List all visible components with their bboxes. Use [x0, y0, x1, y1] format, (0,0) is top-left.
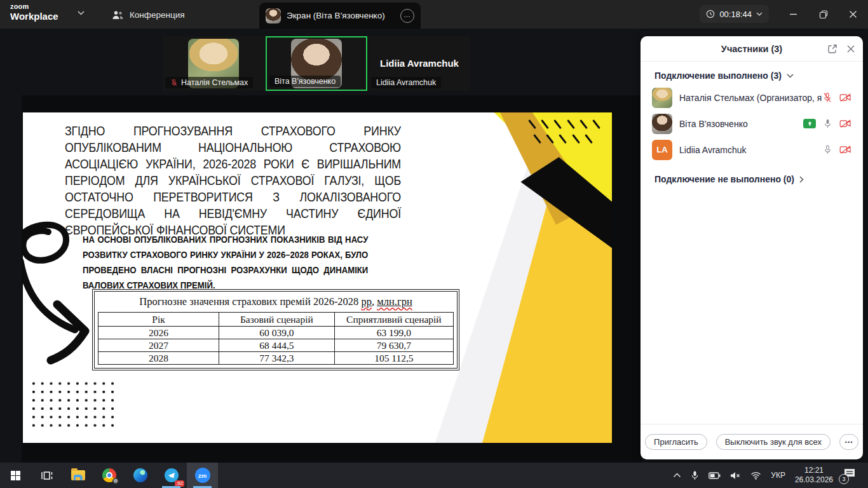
chrome-button[interactable]: ⚙	[93, 463, 125, 488]
tab-screen-share[interactable]: Экран (Віта В'язовченко) …	[259, 3, 421, 29]
participants-panel: Участники (3) Подключение выполнено (3) …	[641, 36, 863, 459]
cell-year: 2028	[98, 352, 219, 365]
camera-muted-icon	[839, 93, 851, 102]
col-header-favorable: Сприятливий сценарій	[334, 313, 453, 327]
invite-button[interactable]: Пригласить	[645, 434, 707, 450]
video-name-label: Наталія Стельмах	[165, 77, 253, 88]
participants-header: Участники (3)	[641, 36, 863, 62]
clock-icon	[706, 10, 715, 18]
table-row: 2028 77 342,3 105 112,5	[98, 352, 454, 365]
avatar-initials: LA	[652, 140, 672, 160]
start-button[interactable]	[0, 463, 31, 488]
forecast-table-title: Прогнозне значення страхових премій 2026…	[98, 294, 454, 312]
clock-date[interactable]: 12:21 26.03.2026	[795, 466, 833, 485]
tray-date: 26.03.2026	[795, 475, 833, 485]
volume-muted-icon[interactable]	[730, 471, 741, 480]
cell-base: 77 342,3	[219, 352, 335, 365]
table-header-row: Рік Базовий сценарій Сприятливий сценарі…	[98, 313, 454, 327]
edge-icon	[133, 468, 147, 482]
participant-name: Наталія Стельмах	[181, 78, 248, 87]
chrome-profile-badge: ⚙	[112, 478, 119, 484]
shared-presentation-slide: ЗГІДНО ПРОГНОЗУВАННЯ СТРАХОВОГО РИНКУ ОП…	[23, 112, 612, 443]
folder-icon	[71, 470, 85, 480]
action-center-button[interactable]: 3	[843, 468, 860, 483]
system-tray: УКР 12:21 26.03.2026 3	[673, 463, 868, 488]
mic-muted-icon	[822, 92, 832, 103]
hand-drawn-arrow	[23, 214, 104, 383]
forecast-table: Прогнозне значення страхових премій 2026…	[94, 291, 458, 369]
camera-muted-icon	[839, 145, 851, 154]
battery-icon[interactable]	[709, 472, 721, 479]
zoom-app-button[interactable]: zm	[187, 463, 218, 488]
tray-mic-icon[interactable]	[691, 470, 699, 481]
wifi-icon[interactable]	[750, 471, 761, 480]
not-joined-section-header[interactable]: Подключение не выполнено (0)	[641, 163, 863, 188]
video-tile-vita[interactable]: Віта В'язовченко	[266, 36, 367, 91]
hidden-icons-chevron[interactable]	[673, 473, 681, 478]
cell-favorable: 63 199,0	[334, 327, 453, 339]
telegram-button[interactable]: .92	[156, 463, 187, 488]
tab-avatar	[266, 8, 281, 24]
window-controls	[778, 0, 868, 29]
joined-section-header[interactable]: Подключение выполнено (3)	[641, 62, 863, 85]
tray-time: 12:21	[795, 466, 833, 475]
logo-zoom-text: zoom	[10, 3, 58, 10]
participant-name: Наталія Стельмах (Организатор, я)	[679, 93, 822, 103]
titlebar: zoom Workplace Конференция Экран (Віта В…	[0, 0, 868, 29]
joined-section-label: Подключение выполнено (3)	[654, 71, 782, 81]
dots-decoration	[29, 379, 117, 430]
camera-muted-icon	[839, 119, 851, 128]
tab-meeting[interactable]: Конференция	[107, 5, 190, 24]
table-title-unit: млн.грн	[377, 295, 412, 308]
table-row: 2027 68 444,5 79 630,7	[98, 339, 454, 352]
task-view-button[interactable]	[31, 463, 62, 488]
participant-row[interactable]: Наталія Стельмах (Организатор, я)	[641, 85, 863, 111]
pop-out-icon[interactable]	[827, 44, 837, 54]
workspace-chevron-down-icon[interactable]	[78, 11, 85, 15]
cell-favorable: 79 630,7	[334, 339, 453, 352]
cell-year: 2026	[98, 327, 219, 339]
slide-paragraph-main: ЗГІДНО ПРОГНОЗУВАННЯ СТРАХОВОГО РИНКУ ОП…	[65, 123, 401, 238]
mute-all-button[interactable]: Выключить звук для всех	[716, 434, 831, 450]
avatar	[652, 114, 672, 134]
participant-name: Lidiia Avramchuk	[679, 145, 823, 155]
video-thumbnails: Наталія Стельмах Віта В'язовченко Lidiia…	[163, 36, 470, 91]
timer-chevron-down-icon	[756, 12, 763, 16]
table-title-text: Прогнозне значення страхових премій 2026…	[139, 295, 361, 308]
close-button[interactable]	[838, 0, 868, 29]
zoom-workplace-window: zoom Workplace Конференция Экран (Віта В…	[0, 0, 868, 488]
meeting-timer[interactable]: 00:18:44	[700, 5, 769, 23]
screen-sharing-icon	[803, 119, 816, 128]
language-indicator[interactable]: УКР	[771, 471, 785, 480]
cell-year: 2027	[98, 339, 219, 352]
cell-base: 60 039,0	[219, 327, 335, 339]
minimize-button[interactable]	[778, 0, 808, 29]
participants-title: Участники (3)	[721, 44, 782, 54]
participants-footer: Пригласить Выключить звук для всех ⋯	[641, 424, 863, 459]
tab-more-options-icon[interactable]: …	[400, 9, 414, 23]
participant-row[interactable]: Віта В'язовченко	[641, 111, 863, 137]
video-tile-lidiia[interactable]: Lidiia Avramchuk Lidiia Avramchuk	[369, 36, 470, 91]
participant-name: Віта В'язовченко	[679, 119, 803, 129]
participant-row[interactable]: LA Lidiia Avramchuk	[641, 137, 863, 163]
mic-icon	[823, 118, 832, 129]
tab-meeting-label: Конференция	[130, 10, 185, 20]
video-tile-nataliia[interactable]: Наталія Стельмах	[163, 36, 264, 91]
close-panel-icon[interactable]	[846, 44, 855, 53]
zoom-workplace-logo: zoom Workplace	[10, 3, 58, 21]
edge-button[interactable]	[125, 463, 156, 488]
cell-base: 68 444,5	[219, 339, 335, 352]
participant-name: Віта В'язовченко	[275, 77, 336, 86]
participant-name: Lidiia Avramchuk	[376, 78, 436, 87]
table-title-rr: рр	[362, 295, 372, 308]
more-options-button[interactable]: ⋯	[839, 434, 858, 450]
col-header-year: Рік	[98, 313, 219, 327]
main-area: ЗГІДНО ПРОГНОЗУВАННЯ СТРАХОВОГО РИНКУ ОП…	[0, 29, 868, 463]
mic-muted-icon	[170, 79, 178, 86]
zoom-icon: zm	[195, 468, 210, 483]
file-explorer-button[interactable]	[62, 463, 93, 488]
chevron-right-icon	[799, 176, 804, 183]
maximize-button[interactable]	[808, 0, 838, 29]
participant-display-name: Lidiia Avramchuk	[369, 58, 470, 69]
notification-count-badge: 3	[839, 474, 849, 484]
